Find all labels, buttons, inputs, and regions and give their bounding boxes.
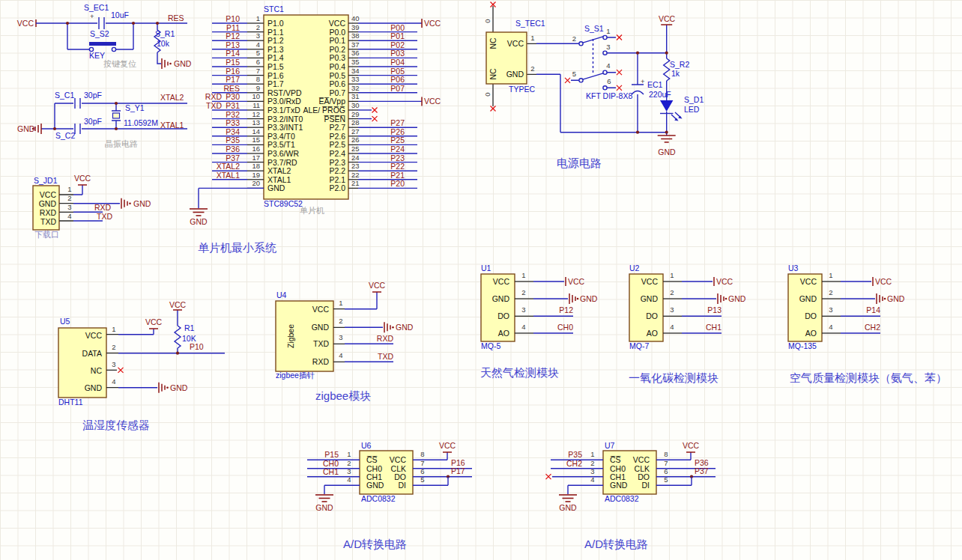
U1-pin-name-GND: GND [492,295,509,303]
U3-net-P14: P14 [866,306,880,314]
stc-pin-num-14: 14 [252,128,260,136]
U7-rname-0: VCC [633,456,650,464]
U6-net-vcc: VCC [439,442,456,450]
num-u5-1: 1 [112,326,115,333]
U2-pin-num-3: 3 [670,307,674,314]
stc-pin-num-32: 32 [351,85,360,92]
net-gnd-power: GND [658,148,675,156]
U7-net-gnd: GND [559,504,576,512]
net-vcc-u4: VCC [369,281,385,290]
U1-pin-name-DO: DO [497,312,509,320]
section-title-dht: 温湿度传感器 [82,419,150,433]
U1-net-CH0: CH0 [557,323,573,332]
stc-pin-name-33: P0.6 [329,80,345,88]
des-s-s2: S_S2 [90,30,109,38]
pn-jd1-gnd: GND [39,200,56,208]
part-U6: ADC0832 [361,495,396,503]
des-s-tec1: S_TEC1 [515,19,545,28]
des-zigbee-pin: zigbee插针 [276,371,315,380]
val-r1: 10K [182,335,196,343]
U1-pin-num-1: 1 [521,272,525,279]
section-title-mq2: 一氧化碳检测模块 [629,371,719,386]
des-s-c1: S_C1 [55,91,74,100]
des-s-c2: S_C2 [55,132,75,140]
led-icon [660,100,673,112]
stc-net-P12: P12 [226,32,240,40]
stc-pin-name-34: P0.5 [329,71,345,79]
pn-tec1-gnd: GND [506,70,524,79]
stc-pin-num-7: 7 [256,67,260,75]
U3-pin-name-GND: GND [799,295,817,303]
num-tec1-0-top: 0 [484,19,491,22]
des-U7: U7 [605,442,614,450]
stc-pin-name-15: P3.5/T1 [267,141,295,149]
U6-net-P15: P15 [324,451,339,459]
stc-pin-name-2: P1.1 [267,28,284,36]
stc-net-P33: P33 [226,119,240,127]
U7-lname-0: C̅S̅ [610,456,621,464]
num-s1-2: 2 [572,35,576,43]
stc-net-vcc-40: VCC [424,19,441,28]
num-u5-2: 2 [112,344,115,351]
stc-net-P30: P30 [226,93,240,101]
stc-pin-name-1: P1.0 [267,19,284,28]
stc-pin-num-25: 25 [351,145,360,153]
stc-pin-num-17: 17 [252,154,260,162]
des-U2: U2 [629,264,639,273]
des-key: KEY [89,52,105,60]
stc-pin-num-29: 29 [351,111,360,118]
stc-net-P15: P15 [226,58,240,67]
part-U3: MQ-135 [788,342,817,350]
stc-net-P37: P37 [226,153,240,162]
U2-net-gnd: GND [728,295,745,303]
stc-net-P22: P22 [390,162,405,171]
val-led: LED [684,106,699,114]
U3-pin-num-4: 4 [829,323,832,331]
pn-jd1-vcc: VCC [40,191,56,199]
U6-lnum-2: 3 [347,468,351,475]
section-title-mq1: 天然气检测模块 [480,366,559,380]
stc-pin-num-5: 5 [256,50,260,58]
num-jd1-3: 3 [67,204,71,211]
cmt-crystal: 晶振电路 [105,140,138,148]
des-s-y1: S_Y1 [125,104,145,112]
stc-pin-num-40: 40 [351,15,360,22]
num-jd1-1: 1 [67,186,71,193]
U2-pin-num-1: 1 [670,272,674,279]
U6-rnum-1: 7 [420,460,424,467]
stc-pin-num-21: 21 [351,180,360,188]
U6-rname-3: DI [399,481,407,490]
stc-pin-name-35: P0.4 [329,63,345,71]
U2-pin-name-AO: AO [647,329,658,338]
cmt-reset: 按键复位 [103,60,136,68]
des-s-ec1: S_EC1 [84,4,109,12]
net-gnd-reset: GND [174,60,191,68]
U7-rnum-2: 6 [664,468,668,475]
net-gnd-jd1: GND [133,200,151,208]
U7-rname-3: DI [642,481,650,490]
stc-net-P25: P25 [390,136,405,144]
stc-net-P01: P01 [390,32,405,40]
stc-pin-name-14: P3.4/T0 [267,133,295,141]
stc-pin-name-40: VCC [329,19,345,28]
stc-net-P11: P11 [226,23,240,31]
stc-pin-name-8: P1.7 [267,80,284,88]
num-s1-4: 4 [606,62,610,70]
U7-net-CH2: CH2 [566,459,582,467]
U2-pin-name-DO: DO [646,312,658,320]
stc-pin-name-26: P2.5 [329,141,345,149]
plus-ec1: + [641,78,645,85]
stc-pin-name-28: P2.7 [329,124,345,132]
schematic-sheet: 单片机最小系统 电源电路 温湿度传感器 zigbee模块 天然气检测模块 一氧化… [0,0,962,560]
stc-pin-num-3: 3 [256,32,260,40]
U6-net-CH0: CH0 [323,459,339,467]
U1-pin-num-2: 2 [521,289,525,296]
pn-u4-rxd: RXD [312,358,329,366]
stc-pin-name-12: P3.2/INT0 [267,115,303,123]
net-rxd-jd1: RXD [94,204,111,212]
section-title-power: 电源电路 [557,156,602,171]
pn-u5-data: DATA [82,350,102,358]
U7-lnum-2: 3 [590,468,594,475]
stc-pin-num-15: 15 [252,137,260,144]
stc-pin-name-9: RST/VPD [267,89,302,97]
